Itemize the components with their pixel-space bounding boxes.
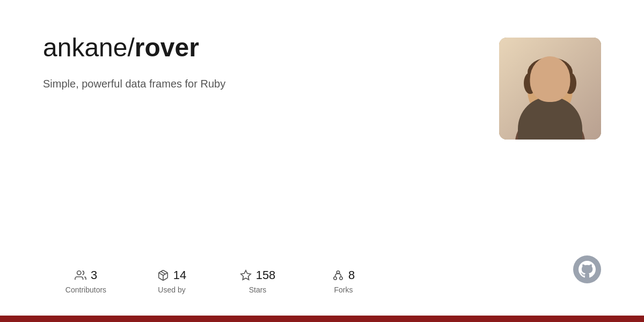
stat-forks[interactable]: 8 Forks [301,268,386,294]
star-icon [240,269,252,281]
stars-label: Stars [249,286,267,294]
svg-line-13 [544,119,545,140]
repo-title: ankane/rover [43,32,478,63]
bottom-bar [0,316,644,322]
svg-line-17 [161,272,165,274]
svg-point-8 [539,90,545,98]
title-section: ankane/rover Simple, powerful data frame… [43,32,478,91]
repo-owner: ankane/ [43,33,135,62]
stat-top-contributors: 3 [75,268,97,282]
contributors-label: Contributors [65,286,106,294]
stat-top-stars: 158 [240,268,276,282]
github-icon [579,261,596,278]
used-by-count: 14 [173,268,186,282]
header-section: ankane/rover Simple, powerful data frame… [43,32,601,140]
svg-point-7 [564,72,576,94]
stars-count: 158 [256,268,276,282]
stat-contributors[interactable]: 3 Contributors [43,268,129,294]
svg-point-10 [540,92,545,97]
repo-description: Simple, powerful data frames for Ruby [43,76,478,91]
svg-point-2 [515,113,585,140]
stat-stars[interactable]: 158 Stars [215,268,301,294]
main-content: ankane/rover Simple, powerful data frame… [0,0,644,316]
used-by-label: Used by [158,286,185,294]
svg-rect-3 [542,107,558,121]
github-icon-container[interactable] [573,255,601,283]
repo-name: rover [135,33,199,62]
svg-point-16 [77,271,80,275]
stats-section: 3 Contributors 14 Used by [43,247,601,294]
svg-line-12 [538,121,539,140]
svg-point-9 [555,90,561,98]
github-logo[interactable] [573,255,601,283]
stat-top-forks: 8 [332,268,355,282]
svg-point-6 [524,72,537,94]
stat-top-used-by: 14 [157,268,186,282]
stat-used-by[interactable]: 14 Used by [129,268,215,294]
avatar [499,38,601,140]
fork-icon [332,269,344,281]
forks-label: Forks [334,286,353,294]
svg-point-20 [334,277,337,280]
package-icon [157,269,169,281]
svg-point-11 [557,92,561,97]
svg-point-4 [528,65,573,117]
contributors-icon [75,269,86,281]
svg-rect-1 [499,38,601,140]
contributors-count: 3 [91,268,97,282]
avatar-container [499,38,601,140]
forks-count: 8 [348,268,355,282]
svg-point-5 [528,57,573,87]
svg-line-15 [561,119,562,140]
svg-marker-19 [240,270,250,280]
avatar-image [499,38,601,140]
svg-point-21 [340,277,343,280]
